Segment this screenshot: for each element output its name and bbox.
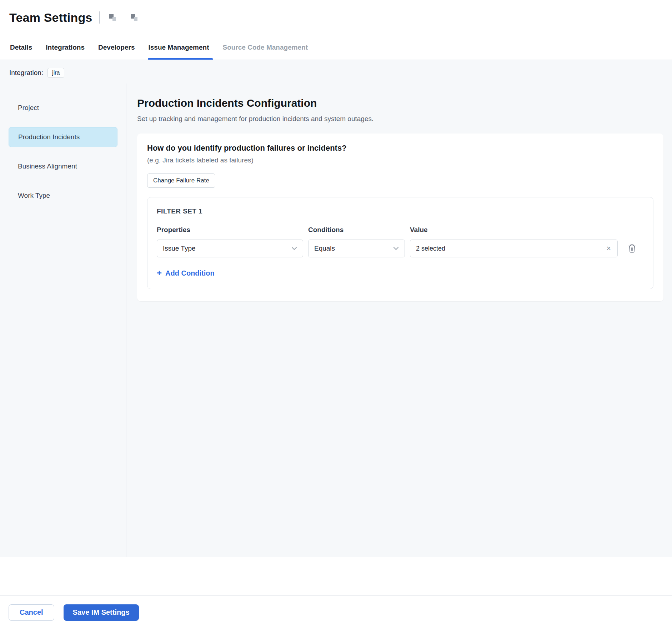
tab-bar: Details Integrations Developers Issue Ma… <box>0 35 672 60</box>
sidebar-item-project[interactable]: Project <box>9 98 117 118</box>
section-subtitle: Set up tracking and management for produ… <box>137 115 663 123</box>
page-header: Team Settings <box>0 0 672 35</box>
filter-set-title: FILTER SET 1 <box>157 207 644 215</box>
page-title: Team Settings <box>9 11 92 25</box>
value-multiselect-value: 2 selected <box>416 245 445 252</box>
chevron-down-icon <box>291 247 297 250</box>
tab-integrations[interactable]: Integrations <box>46 35 85 60</box>
title-divider <box>99 11 100 24</box>
add-condition-button[interactable]: + Add Condition <box>157 269 215 277</box>
sidebar-item-production-incidents[interactable]: Production Incidents <box>9 127 117 147</box>
main-panel: Production Incidents Configuration Set u… <box>126 84 672 557</box>
section-title: Production Incidents Configuration <box>137 97 663 109</box>
settings-sidebar: Project Production Incidents Business Al… <box>0 84 126 557</box>
property-select-value: Issue Type <box>163 245 196 252</box>
content-area: Integration: jira Project Production Inc… <box>0 60 672 557</box>
condition-select-value: Equals <box>314 245 335 252</box>
integration-row: Integration: jira <box>0 60 672 84</box>
save-im-settings-button[interactable]: Save IM Settings <box>64 604 139 621</box>
plus-icon: + <box>157 269 162 277</box>
change-failure-rate-button[interactable]: Change Failure Rate <box>147 173 215 188</box>
broken-image-icon <box>109 14 117 21</box>
tab-details[interactable]: Details <box>10 35 32 60</box>
footer-action-bar: Cancel Save IM Settings <box>0 595 672 629</box>
delete-filter-row-button[interactable] <box>628 244 644 253</box>
value-multiselect[interactable]: 2 selected × <box>410 240 618 257</box>
column-label-conditions: Conditions <box>308 226 405 234</box>
column-label-properties: Properties <box>157 226 303 234</box>
config-question: How do you identify production failures … <box>147 144 653 153</box>
cancel-button[interactable]: Cancel <box>9 604 54 621</box>
add-condition-label: Add Condition <box>165 269 215 277</box>
tab-developers[interactable]: Developers <box>98 35 135 60</box>
condition-select[interactable]: Equals <box>308 240 405 257</box>
property-select[interactable]: Issue Type <box>157 240 303 257</box>
sidebar-item-work-type[interactable]: Work Type <box>9 186 117 206</box>
broken-image-icon <box>131 14 139 21</box>
tab-source-code-management[interactable]: Source Code Management <box>223 35 308 60</box>
clear-selection-icon[interactable]: × <box>606 245 612 252</box>
integration-value-chip: jira <box>47 68 64 78</box>
config-hint: (e.g. Jira tickets labeled as failures) <box>147 156 653 164</box>
sidebar-item-business-alignment[interactable]: Business Alignment <box>9 156 117 176</box>
trash-icon <box>628 244 636 253</box>
integration-label: Integration: <box>9 69 43 77</box>
incidents-config-card: How do you identify production failures … <box>137 134 663 301</box>
filter-set-card: FILTER SET 1 Properties Conditions Value… <box>147 197 653 289</box>
tab-issue-management[interactable]: Issue Management <box>149 35 209 60</box>
column-label-value: Value <box>410 226 618 234</box>
bottom-spacer <box>0 557 672 595</box>
chevron-down-icon <box>393 247 399 250</box>
